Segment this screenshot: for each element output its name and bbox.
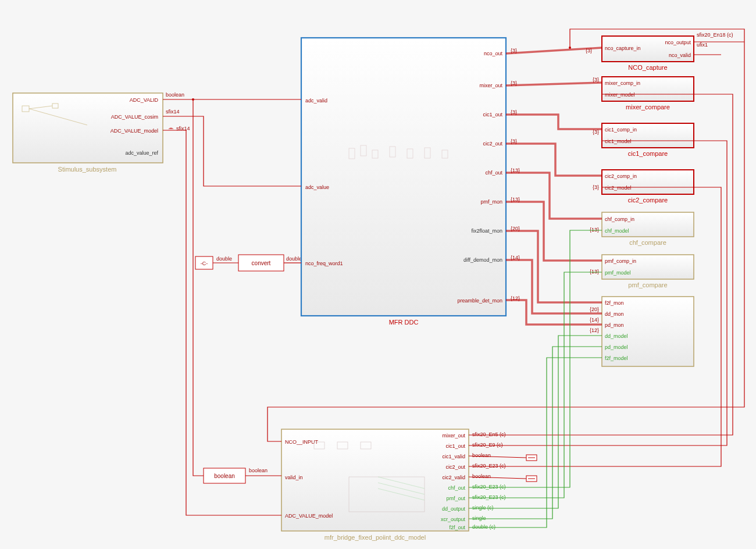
w-c2: {3}	[593, 184, 599, 190]
bt9: single	[472, 515, 486, 521]
svg-point-73	[192, 98, 194, 101]
svg-text:cic1_valid: cic1_valid	[442, 454, 465, 459]
port-out-cic1: cic1_out	[483, 112, 502, 117]
monitor-block[interactable]: f2f_mon dd_mon pd_mon dd_model pd_model …	[602, 297, 694, 366]
svg-text:pmf_compare: pmf_compare	[628, 281, 667, 288]
port-out-pd: preamble_det_mon	[457, 298, 502, 304]
svg-text:pd_mon: pd_mon	[605, 322, 624, 328]
const-type: double	[216, 256, 232, 262]
svg-text:cic2_compare: cic2_compare	[628, 197, 668, 204]
bridge-title: mfr_bridge_fixed_poiint_ddc_model	[324, 534, 426, 541]
svg-text:cic1_model: cic1_model	[605, 138, 632, 144]
constant-block[interactable]: -C-	[195, 256, 213, 269]
convert-block[interactable]: convert	[238, 255, 284, 271]
svg-text:mixer_model: mixer_model	[605, 92, 635, 98]
bt4: sfix20_E23 (c)	[472, 463, 506, 469]
svg-text:dd_model: dd_model	[605, 333, 628, 339]
mfr-ddc-block[interactable]: adc_valid adc_value nco_freq_word1 nco_o…	[301, 38, 506, 326]
port-out-cic2: cic2_out	[483, 141, 502, 147]
port-out-pmf: pmf_mon	[480, 199, 502, 205]
type-boolean: boolean	[166, 92, 184, 98]
bridge-model-block[interactable]: NCO__INPUT valid_in ADC_VALUE_model mixe…	[281, 429, 469, 541]
svg-rect-12	[301, 38, 506, 316]
w-pdm: {12}	[590, 327, 599, 333]
svg-text:nco_output: nco_output	[665, 40, 691, 45]
port-out-chf: chf_out	[485, 170, 502, 176]
svg-text:cic1_compare: cic1_compare	[628, 150, 668, 157]
mfr-ddc-title: MFR DDC	[389, 319, 419, 326]
terminator-1[interactable]	[526, 455, 537, 461]
svg-text:convert: convert	[252, 260, 271, 266]
svg-text:cic2_out: cic2_out	[445, 464, 465, 470]
svg-text:boolean: boolean	[214, 473, 235, 479]
type-sfix14a: sfix14	[166, 109, 180, 115]
stimulus-title: Stimulus_subsystem	[58, 166, 117, 173]
port-valid-in: valid_in	[285, 475, 303, 480]
port-out-dd: diff_demod_mon	[463, 257, 502, 263]
terminator-2[interactable]	[526, 476, 537, 482]
port-in-adc-valid: adc_valid	[305, 98, 327, 104]
svg-text:cic2_model: cic2_model	[605, 185, 632, 191]
w-ddm: {14}	[590, 317, 599, 323]
w-pmf2: {13}	[590, 269, 599, 274]
svg-text:nco_capture_in: nco_capture_in	[605, 45, 641, 51]
svg-text:dd_mon: dd_mon	[605, 311, 624, 317]
simulink-diagram: ADC_VALID ADC_VALUE_cosim ADC_VALUE_mode…	[0, 0, 756, 549]
stimulus-subsystem-block[interactable]: ADC_VALID ADC_VALUE_cosim ADC_VALUE_mode…	[13, 93, 163, 173]
port-adc-value-cosim: ADC_VALUE_cosim	[111, 114, 158, 120]
nco-type1: sfix20_En18 (c)	[697, 32, 733, 38]
svg-text:chf_out: chf_out	[448, 485, 465, 491]
port-out-mixer: mixer_out	[479, 83, 502, 88]
svg-text:mixer_comp_in: mixer_comp_in	[605, 80, 640, 86]
port-adc-valid: ADC_VALID	[130, 97, 159, 103]
svg-text:chf_model: chf_model	[605, 228, 629, 234]
svg-text:pmf_model: pmf_model	[605, 270, 631, 276]
svg-text:pmf_comp_in: pmf_comp_in	[605, 258, 636, 264]
svg-text:pmf_out: pmf_out	[446, 495, 465, 501]
port-out-f2f: fix2float_mon	[471, 228, 502, 234]
boolean-out-type: boolean	[249, 468, 268, 473]
nco-type2: ufix1	[697, 42, 708, 48]
svg-text:chf_compare: chf_compare	[629, 239, 666, 246]
w-f2fm: {20}	[590, 306, 599, 312]
svg-text:cic2_comp_in: cic2_comp_in	[605, 173, 637, 179]
bt2: sfix20_E9 (c)	[472, 442, 503, 448]
port-nco-input: NCO__INPUT	[285, 439, 319, 445]
svg-text:pd_model: pd_model	[605, 344, 628, 350]
port-in-nco-freq: nco_freq_word1	[305, 261, 343, 266]
bt1: sfix20_En5 (c)	[472, 432, 506, 437]
port-adc-value-ref: adc_value_ref	[125, 150, 158, 156]
svg-text:mixer_compare: mixer_compare	[626, 104, 670, 110]
nco-capture-title: NCO_capture	[628, 64, 667, 71]
port-adc-value-model-in: ADC_VALUE_model	[285, 513, 333, 519]
svg-text:xcr_output: xcr_output	[441, 516, 466, 522]
w-chf2: {13}	[590, 227, 599, 233]
port-in-adc-value: adc_value	[305, 184, 329, 190]
bt6: sfix20_E23 (c)	[472, 484, 506, 490]
svg-text:cic2_valid: cic2_valid	[442, 475, 465, 480]
port-adc-value-model: ADC_VALUE_model	[110, 128, 158, 134]
svg-text:cic1_comp_in: cic1_comp_in	[605, 127, 637, 133]
bt8: single (c)	[472, 505, 494, 511]
boolean-block[interactable]: boolean	[204, 468, 245, 483]
bt5: boolean	[472, 473, 491, 479]
bt10: double (c)	[472, 524, 495, 530]
svg-text:dd_output: dd_output	[442, 506, 466, 512]
svg-text:nco_valid: nco_valid	[669, 52, 691, 58]
convert-out-type: double	[286, 256, 302, 262]
svg-text:-C-: -C-	[201, 261, 208, 266]
svg-point-74	[569, 47, 571, 49]
bt7: sfix20_E23 (c)	[472, 494, 506, 500]
svg-text:mixer_out: mixer_out	[442, 433, 465, 439]
svg-text:f2f_mon: f2f_mon	[605, 300, 624, 306]
port-out-nco: nco_out	[484, 51, 503, 56]
svg-text:chf_comp_in: chf_comp_in	[605, 216, 634, 222]
svg-text:cic1_out: cic1_out	[445, 443, 465, 449]
svg-text:f2f_out: f2f_out	[449, 525, 465, 530]
bt3: boolean	[472, 452, 491, 458]
svg-text:f2f_model: f2f_model	[605, 355, 628, 361]
